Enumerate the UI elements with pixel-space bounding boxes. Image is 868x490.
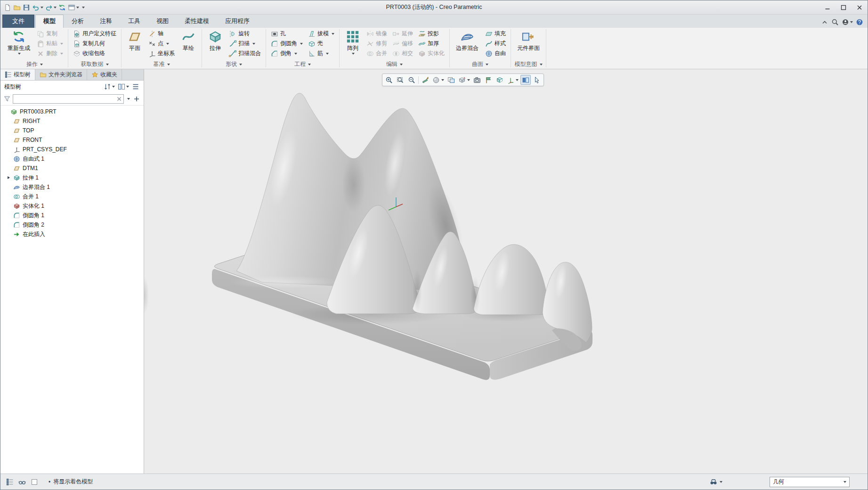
- blank-toggle-button[interactable]: [30, 477, 39, 487]
- collapse-ribbon-button[interactable]: [820, 18, 829, 26]
- group-menu-get-data[interactable]: 获取数据: [69, 60, 120, 69]
- minimize-button[interactable]: [819, 1, 836, 14]
- tree-item-round2[interactable]: 倒圆角 2: [0, 220, 144, 229]
- selection-options-button[interactable]: [532, 75, 542, 85]
- draft-button[interactable]: 拔模: [306, 29, 336, 39]
- clear-search-button[interactable]: [115, 95, 123, 103]
- help-button[interactable]: [855, 18, 864, 26]
- tab-folder-browser[interactable]: 文件夹浏览器: [35, 69, 87, 80]
- sketch-button[interactable]: 草绘: [178, 29, 199, 52]
- group-menu-datum[interactable]: 基准: [122, 60, 201, 69]
- save-button[interactable]: [22, 3, 31, 12]
- open-button[interactable]: [13, 3, 21, 12]
- group-menu-surfaces[interactable]: 曲面: [451, 60, 510, 69]
- regenerate-quick-button[interactable]: [58, 3, 66, 12]
- repaint-button[interactable]: [420, 75, 430, 85]
- redo-button[interactable]: [45, 3, 57, 12]
- datum-display-button[interactable]: [506, 75, 519, 85]
- tab-favorites[interactable]: 收藏夹: [87, 69, 122, 80]
- tree-item-front[interactable]: FRONT: [0, 135, 144, 145]
- group-menu-editing[interactable]: 编辑: [341, 60, 448, 69]
- tab-applications[interactable]: 应用程序: [217, 15, 258, 28]
- tab-model[interactable]: 模型: [35, 15, 64, 28]
- capture-button[interactable]: [472, 75, 482, 85]
- shell-button[interactable]: 壳: [306, 39, 336, 49]
- tree-sort-button[interactable]: [103, 82, 115, 91]
- regenerate-button[interactable]: 重新生成: [4, 29, 33, 55]
- fill-button[interactable]: 填充: [483, 29, 508, 39]
- hole-button[interactable]: 孔: [269, 29, 305, 39]
- tree-search-input[interactable]: [13, 94, 124, 104]
- annotations-button[interactable]: [483, 75, 494, 85]
- selection-filter-combo[interactable]: 几何: [770, 477, 850, 487]
- window-layout-button[interactable]: [67, 3, 80, 12]
- tab-model-tree[interactable]: 模型树: [0, 69, 35, 80]
- group-menu-operations[interactable]: 操作: [2, 60, 67, 69]
- tree-settings-button[interactable]: [131, 82, 140, 91]
- chamfer-button[interactable]: 倒角: [269, 49, 305, 58]
- csys-button[interactable]: 坐标系: [146, 49, 177, 58]
- axis-button[interactable]: 轴: [146, 29, 177, 39]
- account-button[interactable]: [841, 18, 853, 26]
- undo-button[interactable]: [32, 3, 44, 12]
- display-style-button[interactable]: [431, 75, 445, 85]
- tree-item-boundary-blend[interactable]: 边界混合 1: [0, 182, 144, 192]
- paste-button[interactable]: 粘贴: [35, 39, 65, 49]
- udf-button[interactable]: 用户定义特征: [71, 29, 118, 39]
- model-right-bump-1[interactable]: [474, 245, 548, 315]
- revolve-button[interactable]: 旋转: [227, 29, 263, 39]
- copy-geometry-button[interactable]: 复制几何: [71, 39, 118, 49]
- group-menu-model-intent[interactable]: 模型意图: [512, 60, 545, 69]
- command-search-button[interactable]: [831, 18, 839, 26]
- tree-item-round1[interactable]: 倒圆角 1: [0, 211, 144, 220]
- view-manager-button[interactable]: [446, 75, 456, 85]
- group-menu-engineering[interactable]: 工程: [267, 60, 338, 69]
- delete-button[interactable]: 删除: [35, 49, 65, 58]
- tree-item-solidify[interactable]: 实体化 1: [0, 201, 144, 211]
- thicken-button[interactable]: 加厚: [416, 39, 446, 49]
- intersect-button[interactable]: 相交: [390, 49, 415, 58]
- tree-item-extrude[interactable]: 拉伸 1: [0, 173, 144, 182]
- round-button[interactable]: 倒圆角: [269, 39, 305, 49]
- new-file-button[interactable]: [3, 3, 12, 12]
- zoom-in-button[interactable]: [384, 75, 394, 85]
- plane-button[interactable]: 平面: [124, 29, 145, 52]
- graphics-viewport[interactable]: [144, 69, 868, 474]
- graphics-toggle-button[interactable]: [520, 75, 531, 85]
- component-interface-button[interactable]: 元件界面: [514, 29, 543, 52]
- maximize-button[interactable]: [836, 1, 852, 14]
- sweep-button[interactable]: 扫描: [227, 39, 263, 49]
- tree-display-options-button[interactable]: [117, 82, 130, 91]
- style-button[interactable]: 样式: [483, 39, 508, 49]
- project-button[interactable]: 投影: [416, 29, 446, 39]
- model-3d[interactable]: [144, 69, 868, 474]
- section-button[interactable]: [495, 75, 505, 85]
- tree-item-insert-here[interactable]: 在此插入: [0, 229, 144, 239]
- saved-orientations-button[interactable]: [457, 75, 471, 85]
- tab-view[interactable]: 视图: [148, 15, 177, 28]
- freestyle-button[interactable]: 自由: [483, 49, 508, 58]
- tree-item-root[interactable]: PRT0003.PRT: [0, 107, 144, 116]
- tree-item-right[interactable]: RIGHT: [0, 116, 144, 126]
- swept-blend-button[interactable]: 扫描混合: [227, 49, 263, 58]
- tree-item-freestyle[interactable]: 自由式 1: [0, 154, 144, 163]
- tab-annotate[interactable]: 注释: [92, 15, 120, 28]
- toggle-model-tree-button[interactable]: [5, 477, 15, 487]
- zoom-out-button[interactable]: [406, 75, 417, 85]
- extend-button[interactable]: 延伸: [390, 29, 415, 39]
- copy-button[interactable]: 复制: [35, 29, 65, 39]
- tree-item-merge[interactable]: 合并 1: [0, 192, 144, 201]
- group-menu-shapes[interactable]: 形状: [203, 60, 265, 69]
- view-accessibility-button[interactable]: [17, 477, 27, 487]
- add-filter-button[interactable]: [132, 95, 141, 103]
- boundary-blend-button[interactable]: 边界混合: [453, 29, 482, 52]
- mirror-button[interactable]: 镜像: [365, 29, 389, 39]
- extrude-button[interactable]: 拉伸: [205, 29, 226, 52]
- tree-item-top[interactable]: TOP: [0, 126, 144, 135]
- pattern-button[interactable]: 阵列: [342, 29, 363, 55]
- search-tool-button[interactable]: [710, 478, 722, 486]
- solidify-button[interactable]: 实体化: [416, 49, 446, 58]
- tree-item-dtm1[interactable]: DTM1: [0, 163, 144, 173]
- offset-button[interactable]: 偏移: [390, 39, 415, 49]
- tab-tools[interactable]: 工具: [120, 15, 148, 28]
